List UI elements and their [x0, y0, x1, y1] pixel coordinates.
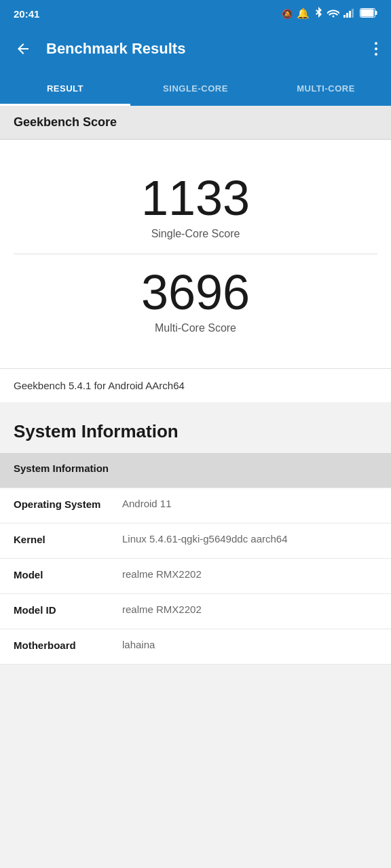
signal-icon [343, 8, 356, 20]
svg-rect-2 [349, 11, 351, 18]
svg-rect-1 [346, 13, 348, 18]
wifi-icon [327, 8, 339, 20]
info-value-motherboard: lahaina [122, 639, 377, 650]
tab-multi-core[interactable]: MULTI-CORE [261, 71, 391, 106]
info-label-kernel: Kernel [14, 533, 122, 545]
more-options-button[interactable] [372, 39, 380, 58]
info-label-motherboard: Motherboard [14, 639, 122, 651]
table-row: Operating System Android 11 [0, 488, 391, 524]
multi-core-score-label: Multi-Core Score [14, 322, 377, 334]
more-dot-3 [375, 53, 377, 56]
svg-rect-5 [361, 9, 374, 16]
bluetooth-icon [314, 7, 323, 21]
app-bar-title: Benchmark Results [46, 40, 361, 58]
tabs: RESULT SINGLE-CORE MULTI-CORE [0, 71, 391, 106]
version-info: Geekbench 5.4.1 for Android AArch64 [0, 368, 391, 402]
alarm-icon: 🔔 [297, 7, 310, 20]
single-core-score-label: Single-Core Score [14, 228, 377, 240]
more-dot-1 [375, 42, 377, 45]
status-bar: 20:41 🔕 🔔 [0, 0, 391, 27]
svg-rect-3 [352, 9, 354, 18]
more-dot-2 [375, 47, 377, 50]
battery-icon [360, 8, 377, 20]
single-core-score-value: 1133 [14, 174, 377, 222]
svg-rect-6 [375, 11, 377, 15]
table-row: Kernel Linux 5.4.61-qgki-g5649ddc aarch6… [0, 524, 391, 559]
svg-rect-0 [343, 15, 346, 18]
info-label-os: Operating System [14, 498, 122, 510]
table-row: Model realme RMX2202 [0, 559, 391, 594]
back-button[interactable] [11, 37, 35, 61]
scores-container: 1133 Single-Core Score 3696 Multi-Core S… [0, 140, 391, 368]
tab-single-core[interactable]: SINGLE-CORE [130, 71, 261, 106]
info-value-model: realme RMX2202 [122, 568, 377, 580]
info-label-model-id: Model ID [14, 604, 122, 616]
status-time: 20:41 [14, 8, 39, 20]
info-value-model-id: realme RMX2202 [122, 604, 377, 615]
table-row: Motherboard lahaina [0, 629, 391, 665]
table-row: Model ID realme RMX2202 [0, 594, 391, 629]
info-value-os: Android 11 [122, 498, 377, 509]
app-bar: Benchmark Results [0, 27, 391, 71]
status-icons: 🔕 🔔 [282, 7, 377, 21]
mute-icon: 🔕 [282, 9, 293, 19]
system-info-table: System Information Operating System Andr… [0, 453, 391, 665]
geekbench-score-header: Geekbench Score [0, 106, 391, 140]
multi-core-score-block: 3696 Multi-Core Score [14, 254, 377, 348]
info-label-model: Model [14, 568, 122, 580]
info-value-kernel: Linux 5.4.61-qgki-g5649ddc aarch64 [122, 533, 377, 545]
system-information-heading: System Information [0, 402, 391, 453]
single-core-score-block: 1133 Single-Core Score [14, 160, 377, 254]
multi-core-score-value: 3696 [14, 268, 377, 317]
tab-result[interactable]: RESULT [0, 71, 130, 106]
system-info-section-header: System Information [0, 453, 391, 488]
